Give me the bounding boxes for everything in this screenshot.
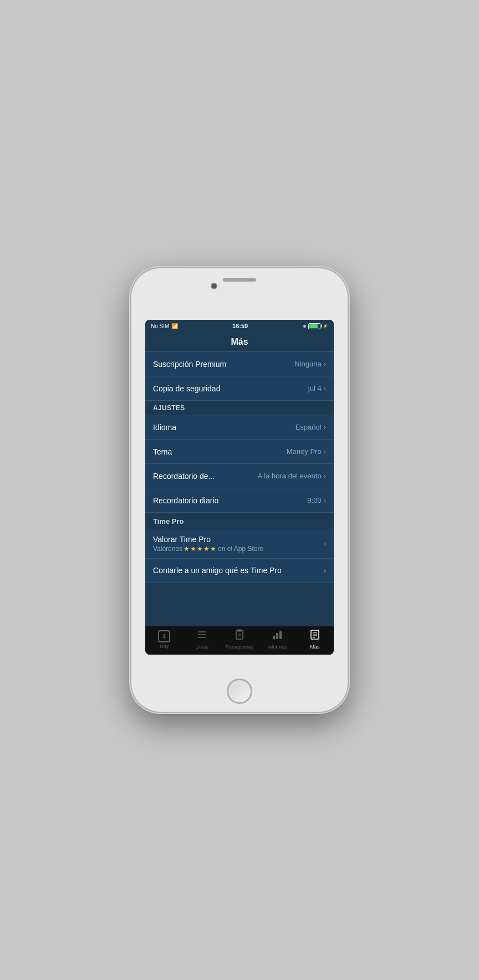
compartir-label: Contarle a un amigo qué es Time Pro <box>153 565 324 575</box>
bluetooth-icon: ∗ <box>302 323 307 329</box>
phone-camera <box>211 283 217 289</box>
backup-label: Copia de seguridad <box>153 384 220 393</box>
tab-informes[interactable]: Informes <box>258 626 296 655</box>
svg-rect-7 <box>273 636 275 639</box>
chevron-icon: › <box>324 496 326 504</box>
tab-presupuesto[interactable]: Presupuesto <box>221 626 258 655</box>
chevron-icon: › <box>324 539 326 548</box>
list-item-recordatorio-evento[interactable]: Recordatorio de... A la hora del evento … <box>145 464 334 488</box>
home-button[interactable] <box>227 678 252 704</box>
informes-icon <box>272 629 283 643</box>
list-item-valorar[interactable]: Valorar Time Pro Valórenos ★★★★★ en el A… <box>145 529 334 559</box>
recordatorio-diario-value-group: 9:00 › <box>307 496 326 504</box>
chevron-icon: › <box>324 472 326 480</box>
tema-value-group: Money Pro › <box>287 447 326 456</box>
valorar-subtitle-prefix: Valórenos <box>153 545 182 553</box>
list-item-tema[interactable]: Tema Money Pro › <box>145 440 334 464</box>
nav-title-bar: Más <box>145 332 334 352</box>
svg-rect-8 <box>276 633 278 639</box>
listas-icon <box>196 629 207 643</box>
charging-icon: ⚡ <box>323 324 328 329</box>
tab-listas[interactable]: Listas <box>183 626 221 655</box>
status-right: ∗ ⚡ <box>302 323 328 329</box>
idioma-value-group: Español › <box>295 423 326 431</box>
backup-value: jul 4 <box>308 384 322 392</box>
page-title: Más <box>231 337 248 347</box>
valorar-content: Valorar Time Pro Valórenos ★★★★★ en el A… <box>153 535 263 553</box>
mas-icon <box>309 629 320 643</box>
backup-value-group: jul 4 › <box>308 384 326 392</box>
chevron-icon: › <box>324 360 326 368</box>
svg-rect-9 <box>279 631 282 639</box>
tab-presupuesto-label: Presupuesto <box>226 644 254 650</box>
list-item-idioma[interactable]: Idioma Español › <box>145 415 334 440</box>
time-display: 16:59 <box>232 323 248 329</box>
chevron-icon: › <box>324 423 326 431</box>
carrier-label: No SIM <box>151 323 169 329</box>
tab-mas-label: Más <box>310 644 319 650</box>
list-item-backup[interactable]: Copia de seguridad jul 4 › <box>145 376 334 401</box>
tab-mas[interactable]: Más <box>296 626 334 655</box>
stars-icon: ★★★★★ <box>184 545 217 553</box>
list-item-compartir[interactable]: Contarle a un amigo qué es Time Pro › <box>145 559 334 583</box>
status-left: No SIM 📶 <box>151 323 178 329</box>
idioma-label: Idioma <box>153 423 176 432</box>
tema-label: Tema <box>153 447 172 456</box>
section-header-timepro: Time Pro <box>145 513 334 529</box>
recordatorio-evento-label: Recordatorio de... <box>153 472 215 481</box>
valorar-subtitle-suffix: en el App Store <box>218 545 263 553</box>
idioma-value: Español <box>295 423 322 431</box>
list-item-premium[interactable]: Suscripción Premium Ninguna › <box>145 352 334 376</box>
chevron-icon: › <box>324 566 326 575</box>
premium-value-group: Ninguna › <box>294 360 326 368</box>
tab-bar: 4 Hoy Listas <box>145 626 334 655</box>
valorar-title: Valorar Time Pro <box>153 535 263 544</box>
tema-value: Money Pro <box>287 447 322 456</box>
recordatorio-diario-label: Recordatorio diario <box>153 496 218 505</box>
premium-label: Suscripción Premium <box>153 360 226 369</box>
chevron-icon: › <box>324 447 326 456</box>
content-area: Suscripción Premium Ninguna › Copia de s… <box>145 352 334 626</box>
tab-listas-label: Listas <box>195 644 208 650</box>
list-item-recordatorio-diario[interactable]: Recordatorio diario 9:00 › <box>145 488 334 513</box>
screen: No SIM 📶 16:59 ∗ ⚡ Más Suscripción Premi… <box>145 320 334 655</box>
phone-device: No SIM 📶 16:59 ∗ ⚡ Más Suscripción Premi… <box>131 268 348 712</box>
wifi-icon: 📶 <box>171 323 178 329</box>
tab-hoy-label: Hoy <box>160 644 169 649</box>
premium-value: Ninguna <box>294 360 321 368</box>
valorar-subtitle: Valórenos ★★★★★ en el App Store <box>153 545 263 553</box>
tab-hoy[interactable]: 4 Hoy <box>145 626 183 655</box>
battery-icon <box>308 323 320 329</box>
phone-speaker <box>223 278 256 282</box>
section-header-ajustes: AJUSTES <box>145 401 334 415</box>
status-bar: No SIM 📶 16:59 ∗ ⚡ <box>145 320 334 332</box>
hoy-icon: 4 <box>158 630 170 642</box>
chevron-icon: › <box>324 384 326 392</box>
recordatorio-diario-value: 9:00 <box>307 496 321 504</box>
recordatorio-evento-value: A la hora del evento <box>258 472 322 480</box>
presupuesto-icon <box>234 629 245 643</box>
recordatorio-evento-value-group: A la hora del evento › <box>258 472 326 480</box>
tab-informes-label: Informes <box>267 644 287 650</box>
